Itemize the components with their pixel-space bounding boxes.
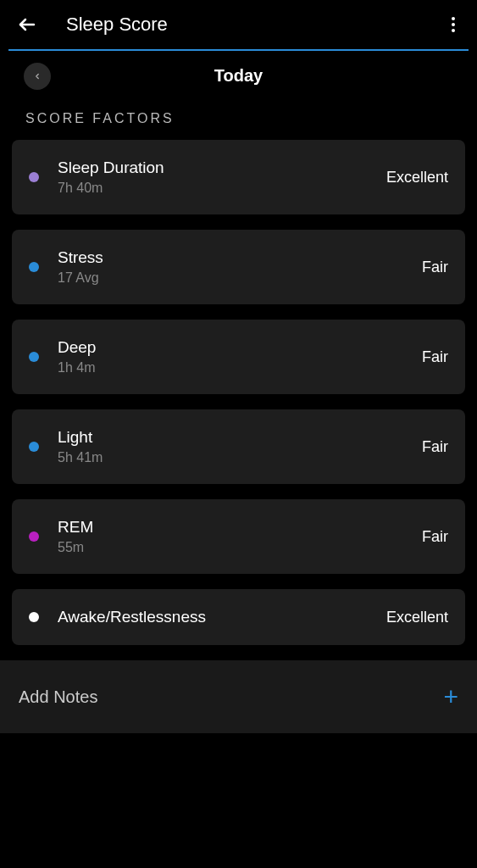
date-label: Today <box>214 66 263 86</box>
prev-day-button[interactable] <box>24 63 51 90</box>
factor-info: Awake/Restlessness <box>58 608 386 626</box>
factor-info: Stress17 Avg <box>58 248 422 286</box>
app-header: Sleep Score <box>0 0 477 49</box>
factor-card[interactable]: Sleep Duration7h 40mExcellent <box>12 140 465 214</box>
factor-title: REM <box>58 518 422 537</box>
factor-value: 55m <box>58 540 422 555</box>
factor-rating: Excellent <box>386 169 448 186</box>
factor-card[interactable]: Deep1h 4mFair <box>12 320 465 394</box>
factor-dot-icon <box>29 352 39 362</box>
factor-rating: Fair <box>422 438 448 456</box>
factor-card[interactable]: Light5h 41mFair <box>12 409 465 484</box>
factor-dot-icon <box>29 531 39 542</box>
factor-dot-icon <box>29 172 39 182</box>
factor-rating: Fair <box>422 348 448 366</box>
add-notes-label: Add Notes <box>19 687 97 707</box>
more-vertical-icon[interactable] <box>446 12 460 37</box>
factor-title: Sleep Duration <box>58 159 386 177</box>
date-navigation: Today <box>0 51 477 101</box>
factor-rating: Excellent <box>386 609 448 626</box>
factor-card[interactable]: Stress17 AvgFair <box>12 230 465 304</box>
factor-title: Stress <box>58 248 422 267</box>
add-notes-button[interactable]: Add Notes + <box>0 660 477 733</box>
factor-card[interactable]: Awake/RestlessnessExcellent <box>12 589 465 645</box>
factor-info: REM55m <box>58 518 422 555</box>
factor-rating: Fair <box>422 259 448 276</box>
factor-dot-icon <box>29 612 39 622</box>
factor-value: 7h 40m <box>58 181 386 196</box>
factor-value: 5h 41m <box>58 450 422 465</box>
factor-dot-icon <box>29 262 39 272</box>
factor-value: 1h 4m <box>58 360 422 376</box>
factor-info: Deep1h 4m <box>58 338 422 376</box>
plus-icon: + <box>443 682 458 711</box>
factor-title: Deep <box>58 338 422 357</box>
factor-rating: Fair <box>422 528 448 546</box>
factor-card[interactable]: REM55mFair <box>12 499 465 574</box>
page-title: Sleep Score <box>66 14 168 36</box>
factor-title: Light <box>58 428 422 447</box>
factor-title: Awake/Restlessness <box>58 608 386 626</box>
factor-info: Light5h 41m <box>58 428 422 465</box>
section-title: SCORE FACTORS <box>12 101 465 140</box>
back-arrow-icon[interactable] <box>17 14 37 35</box>
factor-value: 17 Avg <box>58 270 422 286</box>
content-area: SCORE FACTORS Sleep Duration7h 40mExcell… <box>0 101 477 645</box>
factor-info: Sleep Duration7h 40m <box>58 159 386 196</box>
factor-dot-icon <box>29 442 39 452</box>
